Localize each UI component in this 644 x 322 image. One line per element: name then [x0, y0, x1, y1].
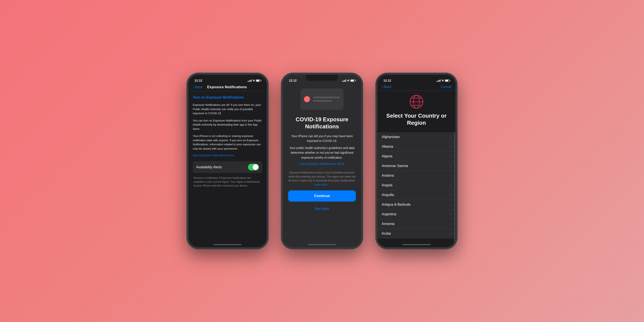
country-header: Select Your Country or Region: [378, 91, 456, 132]
chevron-right-icon: ›: [450, 174, 451, 177]
phone-1: 12:12 ⊜ ‹ Back Exposure Notifications: [187, 73, 268, 249]
scrollbar-3: [454, 132, 455, 242]
wifi-icon-2: ⊜: [347, 79, 349, 82]
wifi-icon-1: ⊜: [253, 79, 255, 82]
covid-privacy-text: Exposure Notifications keeps a log of po…: [288, 171, 356, 186]
signal-icon-1: [248, 79, 252, 82]
covid-illustration: [300, 88, 344, 110]
covid-subtitle-1: Your iPhone can tell you if you may have…: [288, 134, 356, 144]
cancel-button[interactable]: Cancel: [440, 85, 451, 89]
chevron-right-icon: ›: [450, 212, 451, 216]
home-indicator-3: [402, 244, 430, 245]
battery-icon-3: [445, 80, 450, 82]
toggle-desc: Receive a notification if Exposure Notif…: [193, 176, 262, 188]
nav-bar-1: ‹ Back Exposure Notifications: [188, 84, 266, 91]
country-item-angola[interactable]: Angola ›: [378, 180, 456, 190]
country-item-american-samoa[interactable]: American Samoa ›: [378, 161, 456, 171]
home-indicator-1: [214, 244, 242, 245]
phone-3: 12:12 ⊜ ‹ Back Cancel: [376, 73, 457, 249]
phone-2: 12:12 ⊜: [281, 73, 363, 249]
not-now-button[interactable]: Not Now: [313, 205, 330, 213]
continue-button[interactable]: Continue: [288, 190, 356, 202]
country-list: Afghanistan › Albania › Algeria › Americ…: [378, 132, 456, 238]
notch-1: [212, 75, 244, 81]
covid-subtitle-2: Your public health authority's guideline…: [288, 146, 356, 160]
signal-icon-3: [437, 79, 440, 82]
covid-title: COVID-19 Exposure Notifications: [288, 116, 356, 130]
country-item-antigua[interactable]: Antigua & Barbuda ›: [378, 200, 456, 210]
time-1: 12:12: [194, 79, 202, 82]
country-content: Select Your Country or Region Afghanista…: [378, 91, 456, 242]
status-icons-1: ⊜: [248, 79, 260, 82]
home-indicator-2: [308, 244, 336, 245]
notch-3: [400, 75, 432, 81]
availability-toggle[interactable]: [248, 164, 259, 170]
time-3: 12:12: [384, 79, 391, 82]
wifi-icon-3: ⊜: [442, 79, 444, 82]
para-1: Exposure Notifications are off. If you t…: [193, 103, 262, 116]
chevron-left-icon-1: ‹: [193, 85, 194, 89]
chevron-right-icon: ›: [450, 154, 451, 158]
covid-content: COVID-19 Exposure Notifications Your iPh…: [283, 84, 361, 242]
chevron-right-icon: ›: [450, 232, 451, 235]
learn-more-link[interactable]: Learn more...: [314, 183, 330, 186]
status-icons-2: ⊜: [342, 79, 355, 82]
country-item-albania[interactable]: Albania ›: [378, 142, 456, 152]
country-item-aruba[interactable]: Aruba ›: [378, 229, 456, 238]
turn-on-link[interactable]: Turn on Exposure Notifications: [193, 96, 262, 100]
chevron-left-icon-3: ‹: [382, 85, 383, 89]
chevron-right-icon: ›: [450, 193, 451, 197]
nav-bar-3: ‹ Back Cancel: [378, 84, 456, 91]
how-notifications-work-link[interactable]: How Exposure Notifications Work: [300, 162, 344, 166]
battery-icon-1: [256, 80, 260, 82]
country-item-anguilla[interactable]: Anguilla ›: [378, 190, 456, 200]
chevron-right-icon: ›: [450, 184, 451, 187]
back-button-3[interactable]: ‹ Back: [382, 85, 391, 89]
signal-icon-2: [342, 79, 346, 82]
chevron-right-icon: ›: [450, 145, 451, 148]
para-2: You can turn on Exposure Notifications f…: [193, 118, 262, 131]
notch-2: [306, 75, 338, 81]
time-2: 12:12: [289, 79, 297, 82]
country-list-wrapper: Afghanistan › Albania › Algeria › Americ…: [378, 132, 456, 242]
country-item-argentina[interactable]: Argentina ›: [378, 210, 456, 219]
para-3: Your iPhone is not collecting or sharing…: [193, 134, 262, 151]
how-it-works-link-1[interactable]: How Exposure Notifications work...: [193, 154, 262, 157]
covid-dot-icon: [304, 96, 310, 102]
country-title: Select Your Country or Region: [382, 112, 451, 126]
nav-title-1: Exposure Notifications: [207, 85, 247, 89]
toggle-row: Availability Alerts: [193, 161, 262, 173]
country-item-algeria[interactable]: Algeria ›: [378, 152, 456, 161]
chevron-right-icon: ›: [450, 135, 451, 139]
battery-icon-2: [350, 80, 355, 82]
country-item-armenia[interactable]: Armenia ›: [378, 219, 456, 229]
toggle-label: Availability Alerts: [196, 165, 222, 169]
chevron-right-icon: ›: [450, 164, 451, 168]
globe-icon: [409, 94, 424, 109]
country-item-andorra[interactable]: Andorra ›: [378, 171, 456, 180]
status-icons-3: ⊜: [437, 79, 450, 82]
back-button-1[interactable]: ‹ Back: [193, 85, 202, 89]
chevron-right-icon: ›: [450, 203, 451, 206]
chevron-right-icon: ›: [450, 222, 451, 226]
country-item-afghanistan[interactable]: Afghanistan ›: [378, 132, 456, 142]
settings-content-1: Turn on Exposure Notifications Exposure …: [188, 91, 266, 242]
